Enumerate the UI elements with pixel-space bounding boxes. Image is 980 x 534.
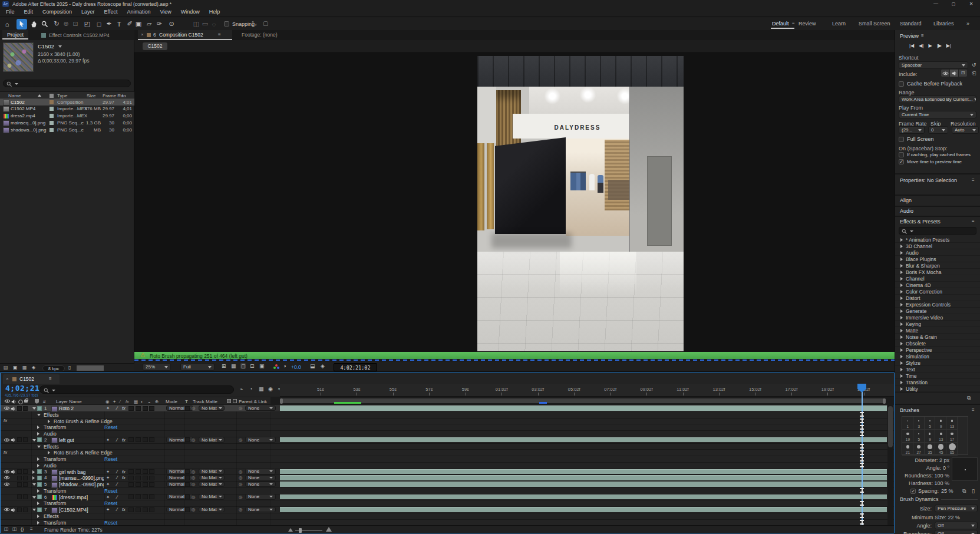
effects-category[interactable]: Simulation <box>895 353 980 360</box>
menu-composition[interactable]: Composition <box>38 8 77 16</box>
menu-window[interactable]: Window <box>176 8 204 16</box>
chevron-right-icon[interactable] <box>900 290 903 294</box>
video-column-eye-icon[interactable] <box>4 399 11 403</box>
cache-before-playback-checkbox[interactable] <box>899 81 904 87</box>
properties-panel-header[interactable]: Properties: No Selection <box>900 177 957 183</box>
switch-cell[interactable] <box>149 507 154 512</box>
dyn-roundness-dropdown[interactable]: Off <box>935 530 978 534</box>
effects-category[interactable]: Cinema 4D <box>895 282 980 288</box>
zoom-in-mountain-icon[interactable] <box>326 527 332 532</box>
brush-preset[interactable]: 35 <box>925 443 936 456</box>
layer-speaker-icon[interactable] <box>11 469 16 474</box>
exposure-icon[interactable]: ◑ <box>283 363 286 369</box>
parent-pickwhip-icon[interactable]: ◎ <box>239 482 243 487</box>
switch-cell[interactable] <box>128 482 134 487</box>
audio-group-label[interactable]: Audio <box>44 431 57 437</box>
puppet-pin-tool-icon[interactable]: ⊙ <box>166 19 177 29</box>
layer-duration-bar[interactable] <box>280 469 887 474</box>
draft-3d-icon[interactable]: ◔ <box>249 386 252 392</box>
parent-pickwhip-icon[interactable]: ◎ <box>239 507 243 512</box>
switch-cell[interactable] <box>136 495 141 499</box>
guides-icon[interactable]: ▣ <box>259 363 265 369</box>
solo-cell[interactable] <box>17 406 22 411</box>
switch-cell[interactable] <box>143 406 148 411</box>
reset-link[interactable]: Reset <box>104 500 117 506</box>
effects-category[interactable]: Keying <box>895 321 980 327</box>
timeline-zoom-slider[interactable] <box>295 530 322 531</box>
brush-roundness-row[interactable]: Roundness: 100 % <box>895 473 949 479</box>
project-row[interactable]: C1502Composition29.974;01 <box>0 98 134 106</box>
matte-toggle-icon[interactable] <box>227 399 231 403</box>
lock-cell[interactable] <box>23 437 28 442</box>
effects-category[interactable]: Expression Controls <box>895 301 980 308</box>
quality-switch-icon[interactable]: ∕ <box>117 475 117 480</box>
brush-preset[interactable]: 5 <box>925 417 936 430</box>
shape-tool-icon[interactable]: □ <box>94 19 104 29</box>
snap-align-icon[interactable]: ⤡ <box>252 20 256 27</box>
tab-project[interactable]: Project <box>2 30 28 39</box>
lock-cell[interactable] <box>23 469 28 474</box>
quality-switch-icon[interactable]: ∕ <box>117 507 117 512</box>
dyn-min-size-row[interactable]: Minimum Size: 22 % <box>895 515 960 520</box>
chevron-right-icon[interactable] <box>900 296 903 300</box>
effects-category[interactable]: Boris FX Mocha <box>895 269 980 275</box>
brush-preset[interactable]: 9 <box>935 417 946 430</box>
file-label-chip[interactable] <box>50 107 54 111</box>
viewer-timecode[interactable]: 4;02;21;02 <box>334 363 377 371</box>
brush-preset[interactable]: 21 <box>902 443 913 456</box>
effect-expand-icon[interactable] <box>48 451 50 454</box>
brush-preset[interactable]: 13 <box>946 417 958 430</box>
switch-cell[interactable] <box>143 437 148 442</box>
type-tool-icon[interactable]: T <box>114 19 124 29</box>
effects-group-label[interactable]: Effects <box>44 513 59 519</box>
workspace-learn[interactable]: Learn <box>832 21 846 27</box>
transparency-grid-icon[interactable]: ▦ <box>231 363 236 369</box>
move-time-checkbox[interactable] <box>899 159 904 164</box>
layer-label-chip[interactable] <box>37 495 42 499</box>
layer-label-chip[interactable] <box>37 482 42 487</box>
lock-cell[interactable] <box>23 507 28 512</box>
hand-tool-icon[interactable] <box>28 19 39 29</box>
brush-preset[interactable]: 3 <box>913 417 925 430</box>
shy-column-icon[interactable]: ◉ <box>105 399 110 404</box>
brush-preset[interactable]: 17 <box>946 430 958 443</box>
effect-name[interactable]: Roto Brush & Refine Edge <box>54 418 113 424</box>
transform-expand-icon[interactable] <box>37 426 39 429</box>
collapse-switch-icon[interactable]: ✦ <box>106 507 110 512</box>
workspace-review[interactable]: Review <box>798 21 816 27</box>
next-frame-button[interactable]: |▶ <box>937 43 942 48</box>
file-label-chip[interactable] <box>50 121 54 125</box>
lock-cell[interactable] <box>23 476 28 480</box>
switch-cell[interactable] <box>143 482 148 487</box>
parent-link-dropdown[interactable]: None <box>245 475 276 481</box>
brush-preset[interactable]: 45 <box>935 443 946 456</box>
t-cell[interactable] <box>185 482 190 487</box>
layer-duration-bar[interactable] <box>280 507 887 512</box>
home-tool-icon[interactable]: ⌂ <box>2 19 12 29</box>
quality-switch-icon[interactable]: ∕ <box>117 482 117 487</box>
switch-cell[interactable] <box>149 469 154 474</box>
project-search-input[interactable] <box>3 80 131 87</box>
audio-expand-icon[interactable] <box>37 464 39 467</box>
transform-expand-icon[interactable] <box>37 521 39 525</box>
layer-name[interactable]: [C1502.MP4] <box>59 507 88 513</box>
transform-expand-icon[interactable] <box>37 457 39 461</box>
col-label-icon[interactable] <box>50 94 54 98</box>
exposure-value[interactable]: +0.0 <box>291 364 301 370</box>
effects-group-label[interactable]: Effects <box>44 444 59 450</box>
effects-presets-header[interactable]: Effects & Presets <box>900 219 941 225</box>
menu-help[interactable]: Help <box>204 8 225 16</box>
fx-switch-icon[interactable]: fx <box>122 475 126 480</box>
parent-link-dropdown[interactable]: None <box>245 507 276 513</box>
fx-switch-icon[interactable]: fx <box>122 469 126 474</box>
effects-category[interactable]: Perspective <box>895 347 980 353</box>
lasso-icon[interactable]: ◌ <box>209 19 219 29</box>
parent-pickwhip-icon[interactable]: ◎ <box>239 495 243 500</box>
timeline-zoom-knob[interactable] <box>299 528 302 533</box>
reset-link[interactable]: Reset <box>104 488 117 494</box>
lock-cell[interactable] <box>23 482 28 487</box>
chevron-right-icon[interactable] <box>900 316 903 319</box>
delete-brush-icon[interactable]: ▯ <box>972 488 975 494</box>
dyn-angle-dropdown[interactable]: Off <box>935 522 978 529</box>
brushes-panel-header[interactable]: Brushes <box>900 407 919 413</box>
